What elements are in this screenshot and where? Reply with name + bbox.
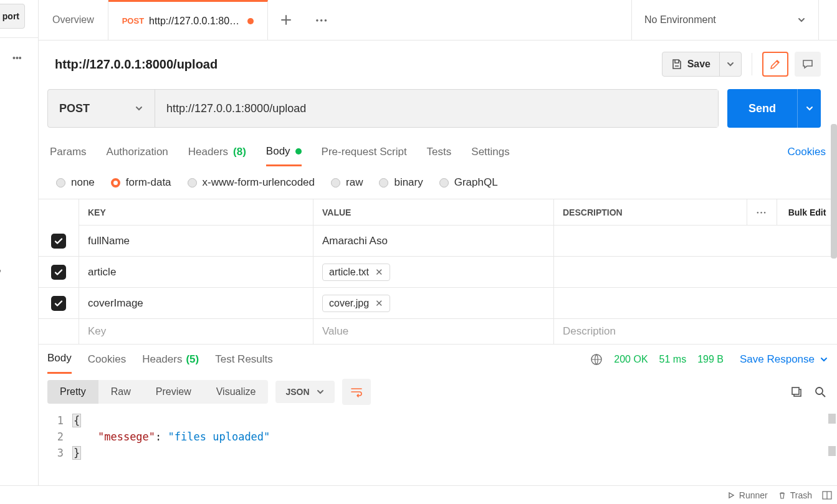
format-select[interactable]: JSON (275, 381, 334, 403)
import-button[interactable]: port (0, 4, 25, 29)
sidebar-text-fragment: s, (0, 262, 1, 273)
form-data-row-new[interactable]: KeyValueDescription (39, 319, 837, 344)
import-label: port (2, 11, 19, 21)
description-cell[interactable] (553, 288, 837, 318)
col-key: KEY (79, 199, 313, 225)
tab-tests[interactable]: Tests (427, 138, 452, 166)
tab-body[interactable]: Body (266, 138, 302, 166)
status-size: 199 B (697, 354, 724, 365)
save-response-button[interactable]: Save Response (740, 353, 828, 366)
env-quicklook-sliver[interactable] (818, 0, 837, 40)
pencil-icon (769, 58, 782, 70)
remove-file-icon[interactable]: ✕ (375, 267, 383, 278)
request-title[interactable]: http://127.0.0.1:8000/upload (55, 57, 654, 72)
value-cell[interactable]: cover.jpg✕ (313, 288, 553, 318)
resp-tab-testresults[interactable]: Test Results (215, 345, 273, 374)
tab-prerequest[interactable]: Pre-request Script (322, 138, 407, 166)
file-chip[interactable]: cover.jpg✕ (322, 295, 390, 312)
resp-tab-headers-label: Headers (142, 353, 182, 366)
globe-icon[interactable] (590, 353, 603, 366)
environment-select[interactable]: No Environment (631, 0, 818, 40)
table-options-button[interactable]: ●●● (747, 199, 777, 225)
value-placeholder[interactable]: Value (313, 319, 553, 344)
status-code: 200 OK (614, 354, 648, 365)
search-icon (814, 386, 826, 398)
remove-file-icon[interactable]: ✕ (375, 298, 383, 309)
trash-label: Trash (790, 490, 812, 500)
panes-button[interactable] (822, 491, 832, 500)
radio-urlencoded-label: x-www-form-urlencoded (203, 176, 315, 189)
left-sidebar-sliver: port ••• s, (0, 0, 39, 504)
radio-graphql[interactable]: GraphQL (439, 176, 498, 189)
save-label: Save (687, 59, 710, 70)
value-cell[interactable]: Amarachi Aso (313, 226, 553, 256)
comments-button[interactable] (795, 52, 821, 77)
http-method-select[interactable]: POST (48, 90, 155, 127)
key-cell[interactable]: coverImage (79, 288, 313, 318)
radio-binary[interactable]: binary (379, 176, 423, 189)
radio-icon (188, 178, 197, 188)
row-checkbox[interactable] (51, 265, 66, 280)
cookies-link[interactable]: Cookies (788, 146, 826, 158)
tab-headers[interactable]: Headers (8) (188, 138, 246, 166)
send-button[interactable]: Send (727, 89, 797, 128)
format-label: JSON (285, 387, 309, 397)
key-placeholder[interactable]: Key (79, 319, 313, 344)
send-label: Send (749, 102, 776, 115)
tab-overview-label: Overview (52, 14, 94, 26)
radio-none[interactable]: none (56, 176, 95, 189)
tabs-more-button[interactable]: ●●● (304, 0, 340, 40)
tab-params[interactable]: Params (50, 138, 87, 166)
radio-urlencoded[interactable]: x-www-form-urlencoded (188, 176, 315, 189)
resp-tab-testresults-label: Test Results (215, 353, 273, 366)
tab-overview[interactable]: Overview (39, 0, 108, 40)
chevron-down-icon (316, 388, 325, 396)
tab-authorization[interactable]: Authorization (107, 138, 168, 166)
radio-raw[interactable]: raw (331, 176, 363, 189)
row-checkbox[interactable] (51, 296, 66, 311)
view-visualize[interactable]: Visualize (204, 380, 269, 404)
copy-icon (790, 386, 803, 398)
plus-icon (280, 14, 292, 26)
response-body-view[interactable]: 1 2 3 { "messege": "files uploaded" } (39, 410, 837, 473)
trash-button[interactable]: Trash (778, 490, 812, 500)
wrap-lines-button[interactable] (342, 379, 371, 405)
radio-form-data[interactable]: form-data (111, 176, 171, 189)
description-cell[interactable] (553, 226, 837, 256)
copy-response-button[interactable] (788, 384, 805, 400)
bulk-edit-button[interactable]: Bulk Edit (777, 199, 837, 225)
resp-tab-cookies[interactable]: Cookies (88, 345, 126, 374)
value-cell[interactable]: article.txt✕ (313, 257, 553, 287)
runner-button[interactable]: Runner (727, 490, 768, 500)
send-options-button[interactable] (797, 89, 821, 128)
url-input[interactable] (155, 90, 718, 127)
description-placeholder[interactable]: Description (553, 319, 837, 344)
file-chip[interactable]: article.txt✕ (322, 264, 390, 281)
tab-authorization-label: Authorization (107, 146, 168, 158)
search-response-button[interactable] (812, 384, 828, 400)
resp-tab-headers[interactable]: Headers (5) (142, 345, 199, 374)
file-name: article.txt (329, 267, 369, 278)
resp-tab-body[interactable]: Body (47, 345, 72, 374)
save-button[interactable]: Save (662, 52, 719, 76)
unsaved-dot-icon (247, 18, 254, 24)
value-text[interactable]: Amarachi Aso (322, 235, 388, 247)
key-cell[interactable]: article (79, 257, 313, 287)
scrollbar-thumb[interactable] (831, 124, 837, 259)
save-options-button[interactable] (719, 52, 741, 76)
row-checkbox[interactable] (51, 234, 66, 249)
body-type-radios: none form-data x-www-form-urlencoded raw… (39, 166, 837, 199)
tab-settings[interactable]: Settings (471, 138, 509, 166)
response-status: 200 OK 51 ms 199 B (590, 353, 724, 366)
view-preview[interactable]: Preview (143, 380, 204, 404)
response-toolbar: Pretty Raw Preview Visualize JSON (39, 374, 837, 410)
sidebar-more-icon[interactable]: ••• (12, 53, 22, 63)
view-pretty[interactable]: Pretty (47, 380, 98, 404)
new-tab-button[interactable] (268, 0, 304, 40)
description-cell[interactable] (553, 257, 837, 287)
tab-request-active[interactable]: POST http://127.0.0.1:8000/u (108, 0, 268, 40)
view-raw[interactable]: Raw (98, 380, 143, 404)
col-value: VALUE (313, 199, 554, 225)
edit-button[interactable] (762, 52, 788, 77)
key-cell[interactable]: fullName (79, 226, 313, 256)
